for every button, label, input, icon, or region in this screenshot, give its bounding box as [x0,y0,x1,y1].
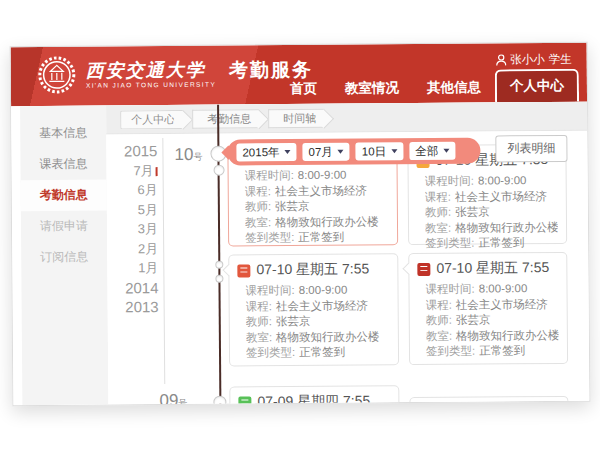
card-field-row: 教室:格物致知行政办公楼 [425,219,558,236]
person-icon [495,54,506,66]
university-logo-icon [37,55,77,95]
field-label: 课程时间: [245,284,294,296]
timeline-nav-june[interactable]: 6月 [110,180,158,200]
sidebar-item-schedule-info[interactable]: 课表信息 [20,149,106,181]
field-value: 正常签到 [479,344,525,356]
timeline-nav-january[interactable]: 1月 [110,258,158,278]
main-nav: 首页 教室情况 其他信息 个人中心 [276,69,579,104]
breadcrumb-timeline[interactable]: 时间轴 [268,108,324,127]
breadcrumb: 个人中心 考勤信息 时间轴 [106,102,587,135]
breadcrumb-attendance-info[interactable]: 考勤信息 [192,109,259,129]
timeline-nav-march[interactable]: 3月 [110,219,158,239]
nav-personal-center[interactable]: 个人中心 [495,69,579,103]
field-label: 课程: [425,190,451,202]
timeline-marker-row2a-icon [215,261,223,269]
breadcrumb-personal-center[interactable]: 个人中心 [120,109,183,128]
card-field-row: 课程时间:8:00-9:00 [245,167,389,184]
nav-other-info[interactable]: 其他信息 [413,72,495,103]
card-field-row: 签到类型:正常签到 [246,344,390,361]
field-label: 教师: [425,206,451,218]
field-value: 社会主义市场经济 [456,298,548,311]
card-field-row: 教师:张芸京 [425,204,558,221]
card-field-row: 教师:张芸京 [246,313,390,330]
field-label: 教师: [426,314,452,326]
field-value: 格物致知行政办公楼 [276,330,380,343]
card-header: 07-10 星期五 7:55 [409,253,566,282]
card-field-row: 课程时间:8:00-9:00 [245,282,389,299]
day-select[interactable]: 10日 [356,142,403,160]
attendance-status-icon [237,264,250,277]
nav-home[interactable]: 首页 [276,74,331,104]
sidebar-item-leave-request[interactable]: 请假申请 [21,211,107,243]
field-label: 课程时间: [245,169,294,181]
timeline-nav-may[interactable]: 5月 [110,200,158,220]
card-date: 07-10 星期五 7:55 [436,259,549,278]
attendance-card[interactable] [409,396,568,406]
field-value: 格物致知行政办公楼 [456,328,559,341]
field-label: 签到类型: [246,346,295,358]
attendance-status-icon [238,396,251,406]
field-value: 正常签到 [299,346,345,358]
field-value: 社会主义市场经济 [276,299,368,312]
field-value: 8:00-9:00 [298,169,347,181]
timeline-nav-july[interactable]: 7月 [109,161,157,181]
attendance-card[interactable]: 07-10 星期五 7:55 课程时间:8:00-9:00课程:社会主义市场经济… [228,253,399,366]
field-label: 教室: [426,329,452,341]
field-value: 格物致知行政办公楼 [455,220,558,233]
month-select-value: 07月 [308,144,332,159]
brand: 西安交通大学 XI'AN JIAO TONG UNIVERSITY 考勤服务 [37,53,314,95]
field-label: 课程时间: [425,175,474,187]
field-value: 社会主义市场经济 [455,190,547,203]
timeline-nav-2014[interactable]: 2014 [110,278,158,298]
field-label: 课程时间: [425,283,474,295]
field-value: 格物致知行政办公楼 [275,215,379,228]
attendance-card[interactable]: 07-10 星期五 7:55 课程时间:8:00-9:00课程:社会主义市场经济… [408,252,568,365]
field-label: 课程: [246,300,272,312]
card-field-row: 签到类型:正常签到 [425,235,558,252]
card-field-row: 课程:社会主义市场经济 [245,183,389,200]
university-name-en: XI'AN JIAO TONG UNIVERSITY [86,81,216,89]
sidebar-item-subscription-info[interactable]: 订阅信息 [21,242,107,274]
field-label: 教师: [245,200,271,212]
timeline-marker-day09-icon [213,396,226,407]
university-name-cn: 西安交通大学 [86,60,216,81]
timeline-nav-2015[interactable]: 2015 [109,141,157,161]
field-value: 社会主义市场经济 [275,184,367,197]
card-field-row: 签到类型:正常签到 [426,343,559,360]
field-value: 正常签到 [298,231,344,243]
date-filter-bar: 2015年 07月 10日 全部 [227,138,480,166]
timeline-nav-2013[interactable]: 2013 [111,297,159,317]
field-value: 张芸京 [276,315,311,327]
month-select[interactable]: 07月 [302,143,349,161]
card-field-row: 课程时间:8:00-9:00 [425,281,558,298]
chevron-down-icon [391,149,397,153]
university-name: 西安交通大学 XI'AN JIAO TONG UNIVERSITY [86,60,216,89]
field-label: 教师: [246,315,272,327]
field-value: 8:00-9:00 [479,282,528,294]
field-value: 张芸京 [455,206,490,218]
timeline-nav-february[interactable]: 2月 [110,239,158,259]
attendance-card[interactable]: 07-09 星期四 7:55 [229,385,399,406]
card-header: 07-10 星期五 7:55 [229,254,397,283]
timeline-day-09-label: 09号 [159,391,187,406]
scope-select[interactable]: 全部 [409,142,455,160]
attendance-status-icon [417,262,430,275]
sidebar-item-attendance-info[interactable]: 考勤信息 [21,180,107,212]
timeline-marker-row2b-icon [215,275,223,283]
timeline-day-10-label: 10号 [174,145,202,165]
year-select-value: 2015年 [242,145,279,160]
card-field-row: 课程时间:8:00-9:00 [425,173,558,190]
user-menu[interactable]: 张小小 学生 [495,52,572,68]
card-field-row: 教师:张芸京 [245,198,389,215]
card-field-row: 教室:格物致知行政办公楼 [245,214,389,231]
timeline-nav-july-label: 7月 [133,163,153,178]
sidebar: 基本信息 课表信息 考勤信息 请假申请 订阅信息 [20,106,108,406]
card-header: 07-09 星期四 7:55 [230,386,398,406]
page: 西安交通大学 XI'AN JIAO TONG UNIVERSITY 考勤服务 张… [0,0,600,450]
sidebar-item-basic-info[interactable]: 基本信息 [20,118,106,150]
app-window: 西安交通大学 XI'AN JIAO TONG UNIVERSITY 考勤服务 张… [10,42,591,407]
year-select[interactable]: 2015年 [236,143,296,161]
content-area: 基本信息 课表信息 考勤信息 请假申请 订阅信息 个人中心 考勤信息 时间轴 2… [11,102,589,406]
nav-classrooms[interactable]: 教室情况 [331,73,413,104]
list-detail-button[interactable]: 列表明细 [495,135,567,163]
